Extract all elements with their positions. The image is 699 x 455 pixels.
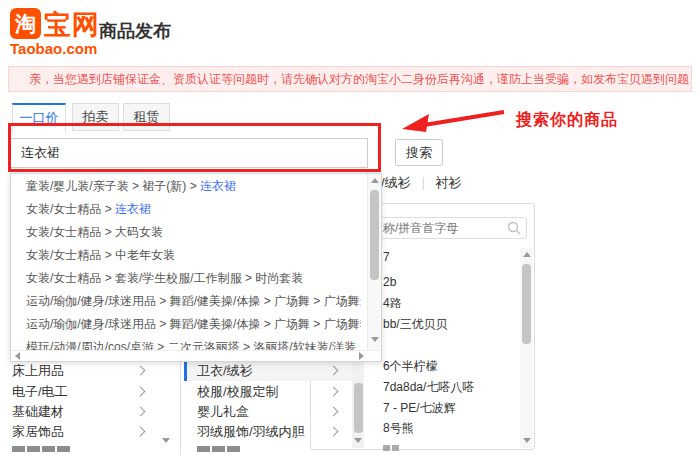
category-l2-item[interactable]: 校服/校服定制 xyxy=(197,382,352,402)
scroll-right-icon[interactable] xyxy=(359,352,364,360)
chevron-right-icon xyxy=(329,427,339,437)
chevron-right-icon xyxy=(136,366,146,376)
suggestion-highlight: 连衣裙 xyxy=(115,202,151,216)
category-l1-item[interactable]: 家居饰品 xyxy=(12,422,172,442)
suggestion-item[interactable]: 女装/女士精品 > 中老年女装 xyxy=(26,244,361,267)
brand-list-item[interactable]: 4路 xyxy=(383,295,402,311)
category-l2-item-selected[interactable]: 卫衣/绒衫 xyxy=(197,361,352,381)
brand-list-scrollbar[interactable] xyxy=(520,248,533,448)
scroll-down-icon[interactable] xyxy=(371,337,379,342)
scrollbar-thumb[interactable] xyxy=(522,264,531,344)
brand-list-item[interactable]: 7da8da/七嗒八嗒 xyxy=(383,379,474,395)
suggestion-item[interactable]: 运动/瑜伽/健身/球迷用品 > 舞蹈/健美操/体操 > 广场舞 > 广场舞连衣裙 xyxy=(26,290,361,313)
clipped-row-glyphs xyxy=(12,446,70,452)
annotation-arrow-icon xyxy=(398,102,510,136)
dropdown-vertical-scrollbar[interactable] xyxy=(367,174,381,350)
taobao-logo-icon[interactable]: 淘 xyxy=(10,8,41,39)
brand-list-item[interactable]: 7 - PE/七波辉 xyxy=(383,400,456,416)
suggestion-highlight: 连衣裙 xyxy=(360,294,361,308)
brand-list-item[interactable]: 6个半柠檬 xyxy=(383,358,438,374)
page-title: 商品发布 xyxy=(99,19,171,43)
clipped-row-glyphs xyxy=(197,446,240,452)
search-suggestion-dropdown: 童装/婴儿装/亲子装 > 裙子(新) > 连衣裙 女装/女士精品 > 连衣裙 女… xyxy=(10,173,382,362)
suggestion-text: 运动/瑜伽/健身/球迷用品 > 舞蹈/健美操/体操 > 广场舞 > 广场舞套装 xyxy=(26,317,361,331)
category-label: 婴儿礼盒 xyxy=(197,404,249,419)
scroll-down-icon[interactable] xyxy=(162,438,170,443)
category-l1-item[interactable]: 床上用品 xyxy=(12,361,172,381)
search-button[interactable]: 搜索 xyxy=(395,139,443,166)
suggestion-text: 女装/女士精品 > 大码女装 xyxy=(26,225,163,239)
suggestion-item[interactable]: 女装/女士精品 > 大码女装 xyxy=(26,221,361,244)
category-label: 床上用品 xyxy=(12,363,64,378)
brand-list-item[interactable]: 2b xyxy=(383,274,396,290)
suggestion-text: 女装/女士精品 > xyxy=(26,202,115,216)
column-divider xyxy=(180,362,181,455)
category-l2-scrollbar[interactable] xyxy=(352,361,364,448)
taobao-logo-domain[interactable]: Taobao.com xyxy=(10,40,97,57)
brand-list-item[interactable]: bb/三优贝贝 xyxy=(383,316,448,332)
category-label: 校服/校服定制 xyxy=(197,384,279,399)
category-label: 电子/电工 xyxy=(12,384,68,399)
category-label: 家居饰品 xyxy=(12,424,64,439)
taobao-logo-text[interactable]: 宝网 xyxy=(44,7,100,43)
brand-list-item[interactable]: 7 xyxy=(383,249,390,265)
category-l2-item[interactable]: 婴儿礼盒 xyxy=(197,402,352,422)
chevron-right-icon xyxy=(329,407,339,417)
suggestion-item[interactable]: 运动/瑜伽/健身/球迷用品 > 舞蹈/健美操/体操 > 广场舞 > 广场舞套装 xyxy=(26,313,361,336)
scrollbar-thumb[interactable] xyxy=(370,190,379,280)
suggestion-highlight: 连衣裙 xyxy=(200,179,236,193)
suggestion-item[interactable]: 女装/女士精品 > 连衣裙 xyxy=(26,198,361,221)
suggestion-text: 运动/瑜伽/健身/球迷用品 > 舞蹈/健美操/体操 > 广场舞 > 广场舞 xyxy=(26,294,360,308)
scroll-left-icon[interactable] xyxy=(15,352,20,360)
suggestion-text: 女装/女士精品 > 中老年女装 xyxy=(26,248,175,262)
suggestion-item[interactable]: 女装/女士精品 > 套装/学生校服/工作制服 > 时尚套装 xyxy=(26,267,361,290)
chevron-right-icon xyxy=(329,366,339,376)
brand-list-item[interactable]: 8号熊 xyxy=(383,420,414,436)
category-l2-item[interactable]: 羽绒服饰/羽绒内胆 xyxy=(197,422,352,442)
notice-banner: 亲，当您遇到店铺保证金、资质认证等问题时，请先确认对方的淘宝小二身份后再沟通，谨… xyxy=(8,66,692,92)
clipped-row-glyphs xyxy=(383,445,399,451)
suggestion-text: 童装/婴儿装/亲子装 > 裙子(新) > xyxy=(26,179,200,193)
search-icon xyxy=(507,221,522,236)
chevron-right-icon xyxy=(329,387,339,397)
chevron-right-icon xyxy=(136,427,146,437)
scroll-down-icon[interactable] xyxy=(523,438,531,443)
annotation-label: 搜索你的商品 xyxy=(516,110,618,131)
category-label: 羽绒服饰/羽绒内胆 xyxy=(197,424,305,439)
category-label: 基础建材 xyxy=(12,404,64,419)
category-label: 卫衣/绒衫 xyxy=(197,363,253,378)
scroll-up-icon[interactable] xyxy=(371,178,379,183)
suggestion-text: 女装/女士精品 > 套装/学生校服/工作制服 > 时尚套装 xyxy=(26,271,303,285)
scroll-down-icon[interactable] xyxy=(354,438,362,443)
breadcrumb-separator: ｜ xyxy=(411,175,436,190)
chevron-right-icon xyxy=(136,407,146,417)
category-l1-item[interactable]: 电子/电工 xyxy=(12,382,172,402)
taobao-publish-page: 淘 宝网 Taobao.com 商品发布 亲，当您遇到店铺保证金、资质认证等问题… xyxy=(0,0,699,455)
annotation-highlight-box xyxy=(8,123,381,172)
category-l1-item[interactable]: 基础建材 xyxy=(12,402,172,422)
dropdown-horizontal-scrollbar[interactable] xyxy=(11,350,381,361)
selected-row-indicator xyxy=(184,361,187,381)
scrollbar-thumb[interactable] xyxy=(354,383,363,433)
scroll-up-icon[interactable] xyxy=(523,252,531,257)
chevron-right-icon xyxy=(136,387,146,397)
breadcrumb-item[interactable]: 衬衫 xyxy=(435,175,461,190)
suggestion-item[interactable]: 童装/婴儿装/亲子装 > 裙子(新) > 连衣裙 xyxy=(26,175,361,198)
